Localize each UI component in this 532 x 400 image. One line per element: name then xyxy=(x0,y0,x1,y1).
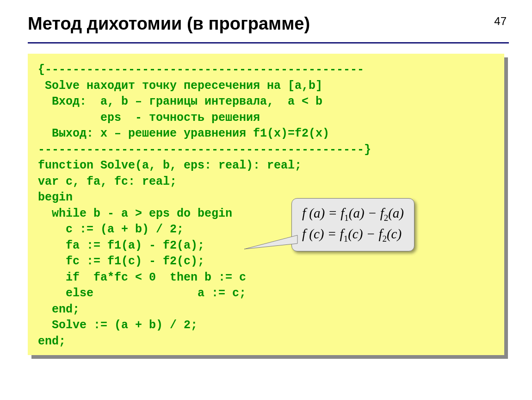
code-line: Выход: x – решение уравнения f1(x)=f2(x) xyxy=(38,127,329,140)
code-line: while b - a > eps do begin xyxy=(38,207,232,220)
formula-text: (a) − f xyxy=(349,206,384,220)
code-line: Solve := (a + b) / 2; xyxy=(38,319,198,332)
code-line: ----------------------------------------… xyxy=(38,143,371,156)
code-line: c := (a + b) / 2; xyxy=(38,223,184,236)
formula-text: f (a) = f xyxy=(302,206,344,220)
page-number: 47 xyxy=(494,15,507,28)
code-line: end; xyxy=(38,335,66,348)
code-line: function Solve(a, b, eps: real): real; xyxy=(38,159,302,172)
formula-subscript: 2 xyxy=(384,213,389,223)
code-line: end; xyxy=(38,303,80,316)
svg-marker-0 xyxy=(244,235,297,249)
code-line: {---------------------------------------… xyxy=(38,63,364,76)
formula-subscript: 1 xyxy=(344,234,348,244)
slide-title: Метод дихотомии (в программе) xyxy=(28,14,509,38)
code-line: var c, fa, fc: real; xyxy=(38,175,177,188)
formula-line-1: f (a) = f1(a) − f2(a) xyxy=(302,203,404,224)
code-line: Solve находит точку пересечения на [a,b] xyxy=(38,79,322,93)
formula-text: (c) xyxy=(387,226,402,241)
formula-text: f (c) = f xyxy=(302,226,344,241)
title-underline xyxy=(28,42,509,44)
code-line: else a := c; xyxy=(38,287,246,300)
formula-box: f (a) = f1(a) − f2(a) f (c) = f1(c) − f2… xyxy=(291,198,414,251)
code-block: {---------------------------------------… xyxy=(28,54,504,355)
code-line: begin xyxy=(38,191,73,204)
formula-text: (c) − f xyxy=(348,226,382,241)
formula-callout: f (a) = f1(a) − f2(a) f (c) = f1(c) − f2… xyxy=(291,198,414,251)
formula-subscript: 2 xyxy=(382,234,387,244)
code-line: if fa*fc < 0 then b := c xyxy=(38,271,246,284)
slide: 47 Метод дихотомии (в программе) {------… xyxy=(0,0,532,400)
callout-tail-icon xyxy=(244,235,300,258)
code-block-wrapper: {---------------------------------------… xyxy=(28,54,504,355)
formula-subscript: 1 xyxy=(344,213,349,223)
code-line: eps - точность решения xyxy=(38,111,260,125)
code-line: fc := f1(c) - f2(c); xyxy=(38,255,204,268)
code-line: fa := f1(a) - f2(a); xyxy=(38,239,204,252)
code-line: Вход: a, b – границы интервала, a < b xyxy=(38,95,322,108)
formula-line-2: f (c) = f1(c) − f2(c) xyxy=(302,224,404,245)
formula-text: (a) xyxy=(388,206,404,220)
